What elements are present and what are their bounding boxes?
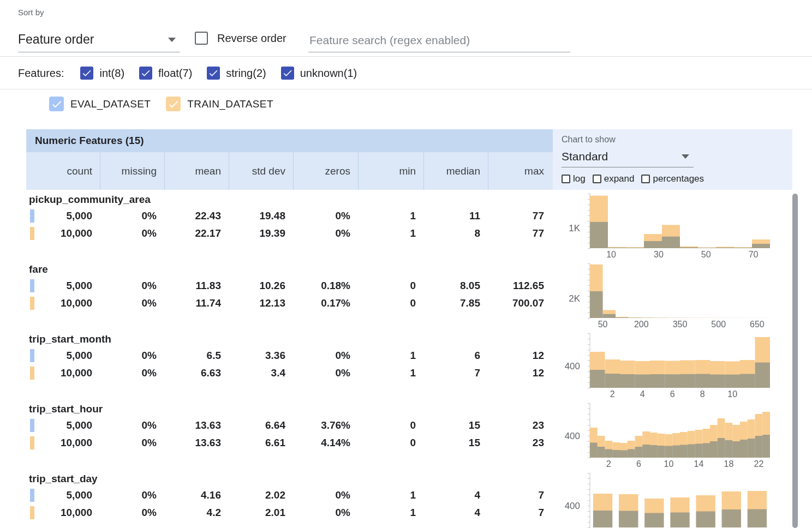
stat-count: 5,000 <box>26 280 100 292</box>
stat-median: 8.05 <box>423 280 488 292</box>
stat-missing: 0% <box>100 227 164 239</box>
column-header: std dev <box>229 152 293 190</box>
train-marker <box>30 436 34 449</box>
dataset-checkbox[interactable] <box>49 97 64 111</box>
stat-median: 11 <box>423 210 488 222</box>
chart-option-checkbox[interactable] <box>562 175 570 183</box>
feature-type-checkbox[interactable] <box>80 67 93 80</box>
chart-y-label: 400 <box>553 361 580 372</box>
feature-type-label: float(7) <box>158 67 192 80</box>
feature-type-checkbox[interactable] <box>281 67 294 80</box>
chart-x-tick: 22 <box>754 459 763 469</box>
chart-option-checkbox[interactable] <box>593 175 601 183</box>
sort-bar: Sort by Feature order Reverse order <box>0 0 812 57</box>
chart-panel-header: Chart to show Standard logexpandpercenta… <box>553 129 792 190</box>
stat-max: 112.65 <box>488 280 552 292</box>
stat-count: 10,000 <box>26 367 100 379</box>
stat-zeros: 0% <box>293 489 358 501</box>
feature-stats-row: 5,0000%13.636.643.76%01523 <box>26 417 553 434</box>
stat-zeros: 0% <box>293 350 358 362</box>
column-header: missing <box>100 152 164 190</box>
chart-x-tick: 2 <box>606 459 611 469</box>
stat-missing: 0% <box>100 419 164 431</box>
chart-option-label: percentages <box>653 173 704 184</box>
stat-mean: 13.63 <box>164 419 229 431</box>
stat-max: 23 <box>488 437 552 449</box>
chart-x-tick: 50 <box>598 320 608 329</box>
stat-std_dev: 2.01 <box>229 507 293 519</box>
stat-mean: 4.16 <box>164 489 229 501</box>
chart-x-tick: 6 <box>670 389 675 399</box>
stat-median: 15 <box>423 419 488 431</box>
dropdown-arrow-icon <box>682 154 689 159</box>
check-icon <box>208 68 219 79</box>
reverse-order-label: Reverse order <box>217 32 286 45</box>
stat-median: 4 <box>423 507 488 519</box>
chart-x-tick: 50 <box>701 250 711 260</box>
stat-min: 1 <box>358 507 423 519</box>
chart-option-checkbox[interactable] <box>641 175 650 183</box>
feature-histogram: 400246810 <box>553 329 792 399</box>
stat-missing: 0% <box>100 350 164 362</box>
feature-search-input[interactable] <box>308 28 570 52</box>
stat-max: 700.07 <box>488 297 552 309</box>
feature-type-filter: float(7) <box>139 67 192 80</box>
stat-zeros: 0.18% <box>293 280 358 292</box>
stat-missing: 0% <box>100 507 164 519</box>
chart-x-tick: 2 <box>610 389 615 399</box>
column-header: max <box>488 152 552 190</box>
column-headers: countmissingmeanstd devzerosminmedianmax <box>26 152 553 190</box>
feature-histogram: 1K10305070 <box>553 190 792 260</box>
chart-x-tick: 14 <box>694 459 703 469</box>
column-header: zeros <box>293 152 358 190</box>
stat-mean: 22.17 <box>164 227 229 239</box>
feature-type-filters: int(8)float(7)string(2)unknown(1) <box>80 67 372 80</box>
stat-missing: 0% <box>100 367 164 379</box>
dataset-checkbox[interactable] <box>166 97 181 111</box>
feature-type-checkbox[interactable] <box>139 67 152 80</box>
table-title: Numeric Features (15) <box>26 129 553 152</box>
stat-min: 0 <box>358 437 423 449</box>
chart-options: logexpandpercentages <box>562 173 792 184</box>
eval-marker <box>30 279 34 292</box>
chart-option: log <box>562 173 586 184</box>
chart-x-tick: 200 <box>634 320 649 329</box>
stat-missing: 0% <box>100 210 164 222</box>
reverse-order-checkbox[interactable] <box>195 32 208 45</box>
chart-y-label: 1K <box>553 223 580 234</box>
feature-name: trip_start_day <box>26 471 553 487</box>
stat-min: 0 <box>358 419 423 431</box>
scrollbar-thumb[interactable] <box>792 194 798 528</box>
stat-std_dev: 2.02 <box>229 489 293 501</box>
feature-name: trip_start_month <box>26 332 553 347</box>
stat-count: 10,000 <box>26 437 100 449</box>
feature-stats-row: 5,0000%11.8310.260.18%08.05112.65 <box>26 277 553 295</box>
sort-order-dropdown[interactable]: Feature order <box>18 27 180 52</box>
stat-max: 23 <box>488 419 552 431</box>
stat-min: 1 <box>358 210 423 222</box>
chart-type-dropdown[interactable]: Standard <box>562 148 694 167</box>
stat-mean: 13.63 <box>164 437 229 449</box>
train-marker <box>30 227 34 240</box>
stat-min: 1 <box>358 227 423 239</box>
feature-type-checkbox[interactable] <box>207 67 220 80</box>
reverse-order-option: Reverse order <box>195 32 286 45</box>
dataset-legend-item: EVAL_DATASET <box>49 97 151 111</box>
stat-min: 1 <box>358 489 423 501</box>
stat-zeros: 0% <box>293 367 358 379</box>
stat-median: 7.85 <box>423 297 488 309</box>
column-header: min <box>358 152 423 190</box>
stat-missing: 0% <box>100 280 164 292</box>
stat-median: 4 <box>423 489 488 501</box>
feature-name: trip_start_hour <box>26 401 553 417</box>
check-icon <box>282 68 293 79</box>
eval-marker <box>30 209 34 223</box>
feature-type-label: int(8) <box>99 67 124 80</box>
stat-missing: 0% <box>100 437 164 449</box>
feature-histogram: 2K50200350500650 <box>553 260 792 329</box>
check-icon <box>81 68 92 79</box>
stat-missing: 0% <box>100 297 164 309</box>
charts-area: 1K103050702K5020035050065040024681040026… <box>553 190 792 528</box>
dataset-label: EVAL_DATASET <box>70 98 151 110</box>
chart-type-value: Standard <box>562 150 608 163</box>
